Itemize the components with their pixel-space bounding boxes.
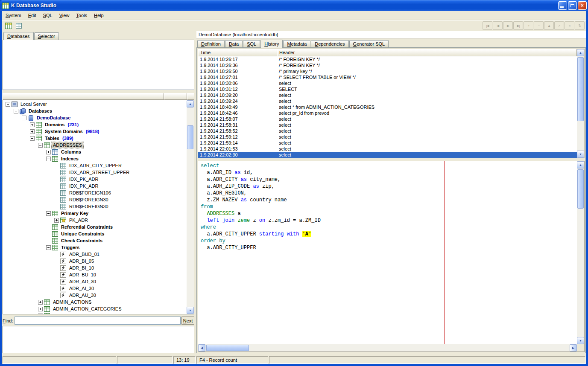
tree-vertical-scrollbar[interactable]: ▲▼ bbox=[187, 100, 194, 314]
history-row[interactable]: 1.9.2014 18:26:17/* FOREIGN KEY */ bbox=[198, 56, 577, 62]
refresh-records-button[interactable]: ↻ bbox=[575, 21, 585, 30]
tree-node-label[interactable]: ADR_BI_05 bbox=[68, 258, 95, 264]
first-record-button[interactable]: |◀ bbox=[483, 21, 492, 30]
insert-record-button[interactable]: + bbox=[524, 21, 533, 30]
tree-node-label[interactable]: ADR_AD_30 bbox=[68, 279, 97, 285]
tree-node[interactable]: IDX_PK_ADR bbox=[4, 176, 186, 183]
tree-node[interactable]: ADR_BU_10 bbox=[4, 271, 186, 278]
tree-node-label[interactable]: Tables bbox=[44, 135, 61, 141]
expand-toggle-icon[interactable] bbox=[14, 109, 18, 113]
history-row[interactable]: 1.9.2014 18:39:20select bbox=[198, 92, 577, 98]
edit-record-button[interactable]: ▲ bbox=[544, 21, 554, 30]
menu-help[interactable]: Help bbox=[91, 11, 107, 20]
tree-node-label[interactable]: ADDRESSES bbox=[52, 142, 83, 148]
scroll-up-button[interactable]: ▲ bbox=[577, 49, 584, 56]
tree-node[interactable]: RDB$FOREIGN30 bbox=[4, 196, 186, 203]
expand-toggle-icon[interactable] bbox=[38, 314, 43, 315]
expand-toggle-icon[interactable] bbox=[22, 116, 26, 120]
tree-node[interactable]: Indexes bbox=[4, 155, 186, 162]
tree-node[interactable]: RDB$FOREIGN106 bbox=[4, 189, 186, 196]
tree-node[interactable]: PK_ADR bbox=[4, 217, 186, 224]
tree-node[interactable]: DemoDatabase bbox=[4, 114, 186, 121]
tree-node-label[interactable]: DemoDatabase bbox=[35, 115, 72, 121]
expand-toggle-icon[interactable] bbox=[30, 136, 35, 141]
tree-node-label[interactable]: RDB$FOREIGN30 bbox=[68, 203, 110, 209]
cancel-edit-button[interactable]: × bbox=[565, 21, 574, 30]
close-button[interactable]: × bbox=[578, 1, 587, 10]
expand-toggle-icon[interactable] bbox=[30, 129, 35, 134]
tree-node[interactable]: ADDRESSES bbox=[4, 142, 186, 148]
scroll-up-button[interactable]: ▲ bbox=[577, 161, 584, 168]
tree-node-label[interactable]: Check Constraints bbox=[60, 238, 104, 244]
results-listbox[interactable] bbox=[3, 326, 194, 353]
prior-record-button[interactable]: ◀ bbox=[493, 21, 503, 30]
expand-toggle-icon[interactable] bbox=[54, 218, 59, 223]
scrollbar-track[interactable] bbox=[187, 107, 194, 307]
history-row[interactable]: 1.9.2014 21:58:52select bbox=[198, 128, 577, 134]
scrollbar-track[interactable] bbox=[577, 56, 584, 151]
tree-node-label[interactable]: Triggers bbox=[60, 244, 81, 250]
tree-header-cell[interactable] bbox=[3, 93, 164, 100]
tree-node[interactable]: RDB$FOREIGN30 bbox=[4, 203, 186, 210]
expand-toggle-icon[interactable] bbox=[38, 143, 43, 148]
scrollbar-track[interactable] bbox=[205, 344, 570, 351]
expand-toggle-icon[interactable] bbox=[38, 300, 43, 305]
last-record-button[interactable]: ▶| bbox=[513, 21, 523, 30]
history-vertical-scrollbar[interactable]: ▲▼ bbox=[577, 49, 584, 158]
tree-header-cell[interactable] bbox=[164, 93, 187, 100]
history-row[interactable]: 1.9.2014 18:42:46select pr_id from prevo… bbox=[198, 110, 577, 116]
tab-dependencies[interactable]: Dependencies bbox=[311, 40, 348, 47]
scrollbar-track[interactable] bbox=[577, 168, 584, 337]
tab-history[interactable]: History bbox=[260, 40, 283, 48]
menu-view[interactable]: View bbox=[56, 11, 73, 20]
next-record-button[interactable]: ▶ bbox=[503, 21, 513, 30]
tree-node-label[interactable]: Local Server bbox=[19, 101, 48, 107]
history-row[interactable]: 1.9.2014 18:30:06select bbox=[198, 80, 577, 86]
scrollbar-thumb[interactable] bbox=[577, 169, 584, 209]
history-row[interactable]: 1.9.2014 22:02:30select bbox=[198, 152, 577, 158]
history-row[interactable]: 1.9.2014 18:40:49select * from ADMIN_ACT… bbox=[198, 104, 577, 110]
tree-node[interactable]: IDX_PK_ADR bbox=[4, 183, 186, 189]
tree-node[interactable]: ADR_AU_30 bbox=[4, 292, 186, 299]
tree-node-label[interactable]: ADR_BUD_01 bbox=[68, 251, 101, 257]
delete-record-button[interactable]: − bbox=[534, 21, 544, 30]
tree-node[interactable]: ADR_BI_05 bbox=[4, 258, 186, 264]
scroll-right-button[interactable]: ▶ bbox=[570, 344, 577, 351]
tree-node[interactable]: ADR_BUD_01 bbox=[4, 251, 186, 258]
history-row[interactable]: 1.9.2014 18:26:36/* FOREIGN KEY */ bbox=[198, 62, 577, 68]
tree-node[interactable]: ADR_BI_10 bbox=[4, 264, 186, 271]
menu-system[interactable]: System bbox=[2, 11, 25, 20]
history-row[interactable]: 1.9.2014 21:58:07select bbox=[198, 116, 577, 122]
tree-node[interactable]: Referential Constraints bbox=[4, 224, 186, 230]
tab-sql[interactable]: SQL bbox=[243, 40, 260, 47]
post-edit-button[interactable]: ✓ bbox=[554, 21, 564, 30]
tree-node[interactable]: ADMIN_ACTIONS bbox=[4, 299, 186, 305]
scroll-left-button[interactable]: ◀ bbox=[198, 344, 205, 351]
windows-toolbar-button[interactable] bbox=[15, 21, 25, 30]
tree-node-label[interactable]: PK_ADR bbox=[68, 217, 89, 223]
column-header-time[interactable]: Time bbox=[198, 49, 277, 56]
tree-node-label[interactable]: Referential Constraints bbox=[60, 224, 114, 230]
tree-node[interactable]: Domains(231) bbox=[4, 121, 186, 128]
tree-node[interactable]: Check Constraints bbox=[4, 237, 186, 244]
tab-databases[interactable]: Databases bbox=[3, 32, 34, 40]
tab-selector[interactable]: Selector bbox=[34, 32, 59, 40]
tree-node[interactable]: Databases bbox=[4, 107, 186, 114]
column-header-header[interactable]: Header bbox=[277, 49, 577, 56]
tree-node-label[interactable]: RDB$FOREIGN30 bbox=[68, 197, 110, 203]
tree-node[interactable]: Triggers bbox=[4, 244, 186, 251]
tree-header-cell[interactable] bbox=[187, 93, 194, 100]
tree-node-label[interactable]: ADR_AI_30 bbox=[68, 285, 95, 291]
find-next-button[interactable]: Next bbox=[181, 317, 194, 325]
history-row[interactable]: 1.9.2014 18:31:12SELECT bbox=[198, 86, 577, 92]
tree-node[interactable]: IDX_ADR_STREET_UPPER bbox=[4, 169, 186, 176]
menu-sql[interactable]: SQL bbox=[40, 11, 56, 20]
scroll-down-button[interactable]: ▼ bbox=[577, 337, 584, 344]
tree-node[interactable]: System Domains(9818) bbox=[4, 128, 186, 135]
find-input[interactable] bbox=[15, 317, 181, 325]
expand-toggle-icon[interactable] bbox=[46, 150, 51, 154]
tree-node[interactable]: Columns bbox=[4, 148, 186, 155]
scroll-down-button[interactable]: ▼ bbox=[577, 151, 584, 158]
tree-node-label[interactable]: Databases bbox=[27, 108, 53, 114]
sql-code-area[interactable]: select a.ADR_ID as id, a.ADR_CITY as cit… bbox=[198, 161, 576, 344]
